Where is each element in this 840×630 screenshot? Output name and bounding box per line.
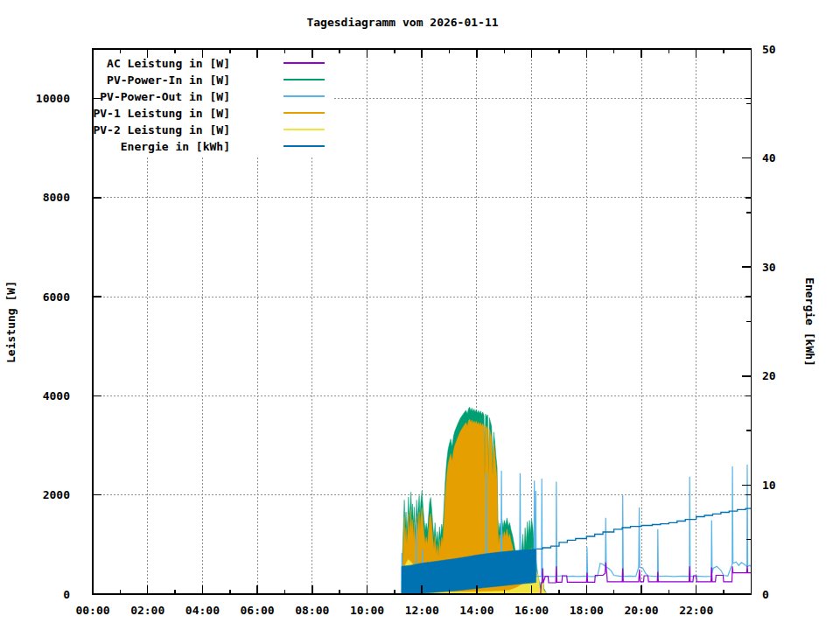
x-tick-label: 02:00 (130, 604, 164, 617)
x-tick-label: 18:00 (570, 604, 604, 617)
gnuplot-chart-page: 00:0002:0004:0006:0008:0010:0012:0014:00… (0, 0, 840, 630)
y1-tick-label: 2000 (43, 488, 70, 501)
y2-tick-label: 40 (762, 151, 776, 164)
x-tick-label: 12:00 (405, 604, 439, 617)
chart-title: Tagesdiagramm vom 2026-01-11 (306, 16, 498, 29)
x-tick-label: 10:00 (350, 604, 384, 617)
tagesdiagramm-chart: 00:0002:0004:0006:0008:0010:0012:0014:00… (0, 0, 840, 630)
y2-tick-label: 50 (762, 43, 776, 56)
x-tick-label: 06:00 (241, 604, 275, 617)
y2-tick-label: 10 (762, 479, 776, 492)
legend-label-3: PV-Power-Out in [W] (100, 90, 230, 103)
y2-tick-label: 0 (762, 588, 769, 601)
legend-label-1: AC Leistung in [W] (107, 57, 230, 70)
x-tick-label: 22:00 (679, 604, 713, 617)
series-ac-leistung (541, 563, 752, 594)
x-tick-label: 04:00 (186, 604, 220, 617)
y2-tick-label: 30 (762, 261, 776, 274)
x-tick-label: 00:00 (75, 604, 109, 617)
x-tick-label: 20:00 (624, 604, 658, 617)
legend-label-6: Energie in [kWh] (121, 140, 230, 153)
y1-tick-label: 8000 (43, 191, 70, 204)
y1-axis-label: Leistung [W] (4, 281, 18, 363)
y2-tick-label: 20 (762, 369, 776, 382)
y1-tick-label: 10000 (36, 92, 70, 105)
legend-label-4: PV-1 Leistung in [W] (93, 107, 230, 120)
legend-label-2: PV-Power-In in [W] (107, 74, 230, 87)
x-tick-label: 16:00 (514, 604, 549, 617)
series-energie (536, 508, 751, 549)
y1-tick-label: 6000 (43, 290, 70, 304)
y1-tick-label: 0 (63, 588, 70, 601)
legend-label-5: PV-2 Leistung in [W] (93, 123, 230, 136)
y1-tick-label: 4000 (43, 389, 70, 402)
x-tick-label: 14:00 (459, 604, 494, 617)
y2-axis-label: Energie [kWh] (803, 277, 816, 367)
x-tick-label: 08:00 (295, 604, 329, 617)
